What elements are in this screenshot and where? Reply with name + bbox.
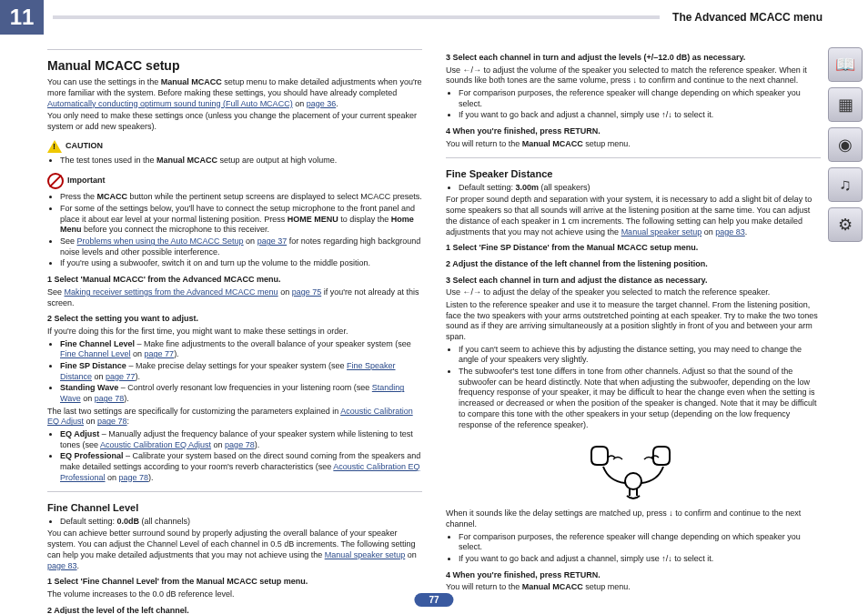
power-icon[interactable]: ⚙ — [828, 207, 863, 242]
fsd-after: When it sounds like the delay settings a… — [446, 508, 821, 529]
left-column: Manual MCACC setup You can use the setti… — [47, 42, 422, 614]
fsd-step-2: 2 Adjust the distance of the left channe… — [446, 259, 821, 270]
fsd-step-1: 1 Select 'Fine SP Distance' from the Man… — [446, 243, 821, 254]
link-fine-channel[interactable]: Fine Channel Level — [60, 349, 131, 358]
step-1-body: See Making receiver settings from the Ad… — [47, 287, 422, 308]
chapter-number: 11 — [0, 0, 44, 35]
important-item: If you're using a subwoofer, switch it o… — [60, 258, 422, 269]
link-page-77[interactable]: page 77 — [106, 372, 136, 381]
r-step-3-item: For comparison purposes, the reference s… — [459, 88, 821, 109]
setting-item: Fine Channel Level – Make fine adjustmen… — [60, 339, 422, 360]
link-page-78[interactable]: page 78 — [119, 473, 149, 482]
step-2-outro: The last two settings are specifically f… — [47, 407, 422, 428]
link-page-78[interactable]: page 78 — [95, 394, 125, 403]
caution-icon — [47, 140, 62, 153]
link-eq-adjust-2[interactable]: Acoustic Calibration EQ Adjust — [100, 440, 211, 449]
step-2-intro: If you're doing this for the first time,… — [47, 327, 422, 337]
link-page-83[interactable]: page 83 — [47, 561, 77, 570]
h2-fine-distance: Fine Speaker Distance — [446, 167, 821, 180]
r-step-3: 3 Select each channel in turn and adjust… — [446, 53, 821, 64]
fsd-after-item: If you want to go back and adjust a chan… — [459, 554, 821, 565]
important-item: Press the MCACC button while the pertine… — [60, 192, 422, 203]
page-number-badge: 77 — [414, 593, 453, 607]
default-item: Default setting: 0.0dB (all channels) — [60, 517, 422, 528]
fsd-step-4-body: You will return to the Manual MCACC setu… — [446, 582, 821, 593]
link-manual-speaker[interactable]: Manual speaker setup — [325, 550, 406, 559]
intro-2: You only need to make these settings onc… — [47, 111, 422, 132]
fcl-step-1-body: The volume increases to the 0.0 dB refer… — [47, 589, 422, 600]
important-item: See Problems when using the Auto MCACC S… — [60, 237, 422, 257]
link-page-75[interactable]: page 75 — [292, 287, 322, 297]
h2-fine-channel: Fine Channel Level — [47, 501, 422, 514]
important-heading: Important — [47, 173, 422, 189]
right-column: 3 Select each channel in turn and adjust… — [446, 42, 821, 614]
important-icon — [47, 173, 64, 189]
body-columns: Manual MCACC setup You can use the setti… — [0, 35, 868, 614]
caution-item: The test tones used in the Manual MCACC … — [60, 156, 422, 166]
fsd-step-3-body: Use ←/→ to adjust the delay of the speak… — [446, 287, 821, 298]
link-advanced-menu[interactable]: Making receiver settings from the Advanc… — [65, 287, 278, 297]
link-page-78[interactable]: page 78 — [225, 440, 255, 449]
intro-1: You can use the settings in the Manual M… — [47, 77, 422, 109]
fcl-step-1: 1 Select 'Fine Channel Level' from the M… — [47, 577, 422, 588]
h1-manual-mcacc: Manual MCACC setup — [47, 57, 422, 74]
setting-item: EQ Adjust – Manually adjust the frequenc… — [60, 429, 422, 450]
fsd-body: For proper sound depth and separation wi… — [446, 195, 821, 237]
r-step-3-item: If you want to go back and adjust a chan… — [459, 110, 821, 121]
link-problems[interactable]: Problems when using the Auto MCACC Setup — [77, 237, 244, 246]
header-rule — [53, 15, 660, 19]
setting-item: EQ Professional – Calibrate your system … — [60, 451, 422, 483]
link-page-83[interactable]: page 83 — [715, 227, 745, 237]
fsd-item: If you can't seem to achieve this by adj… — [459, 345, 821, 366]
link-page-77[interactable]: page 77 — [145, 349, 175, 358]
step-1: 1 Select 'Manual MCACC' from the Advance… — [47, 275, 422, 286]
step-2: 2 Select the setting you want to adjust. — [47, 314, 422, 325]
music-icon[interactable]: ♫ — [828, 167, 863, 202]
r-step-4: 4 When you're finished, press RETURN. — [446, 126, 821, 137]
book-icon[interactable]: 📖 — [828, 47, 863, 82]
fsd-step-3-body2: Listen to the reference speaker and use … — [446, 300, 821, 343]
section-title: The Advanced MCACC menu — [672, 11, 823, 24]
fsd-after-item: For comparison purposes, the reference s… — [459, 532, 821, 553]
r-step-4-body: You will return to the Manual MCACC setu… — [446, 139, 821, 150]
link-page-37[interactable]: page 37 — [257, 237, 288, 246]
caution-heading: CAUTION — [47, 140, 422, 153]
link-page-78[interactable]: page 78 — [97, 417, 127, 426]
r-step-3-body: Use ←/→ to adjust the volume of the spea… — [446, 65, 821, 86]
fcl-step-2: 2 Adjust the level of the left channel. — [47, 606, 422, 614]
grid-icon[interactable]: ▦ — [828, 87, 863, 122]
sidebar-tabs: 📖 ▦ ◉ ♫ ⚙ — [828, 47, 863, 242]
link-manual-speaker-2[interactable]: Manual speaker setup — [621, 227, 702, 237]
manual-page: 11 The Advanced MCACC menu 📖 ▦ ◉ ♫ ⚙ Man… — [0, 0, 868, 614]
fcl-body: You can achieve better surround sound by… — [47, 528, 422, 571]
fsd-step-4: 4 When you're finished, press RETURN. — [446, 570, 821, 581]
link-page-36[interactable]: page 36 — [307, 99, 337, 108]
listening-position-diagram — [446, 438, 821, 501]
svg-point-0 — [625, 473, 641, 489]
default-item: Default setting: 3.00m (all speakers) — [459, 183, 821, 194]
setting-item: Fine SP Distance – Make precise delay se… — [60, 361, 422, 382]
fsd-item: The subwoofer's test tone differs in ton… — [459, 367, 821, 430]
setting-item: Standing Wave – Control overly resonant … — [60, 383, 422, 404]
link-auto-mcacc[interactable]: Automatically conducting optimum sound t… — [47, 99, 293, 108]
globe-icon[interactable]: ◉ — [828, 127, 863, 162]
fsd-step-3: 3 Select each channel in turn and adjust… — [446, 276, 821, 287]
page-header: 11 The Advanced MCACC menu — [0, 0, 868, 35]
important-item: For some of the settings below, you'll h… — [60, 204, 422, 236]
